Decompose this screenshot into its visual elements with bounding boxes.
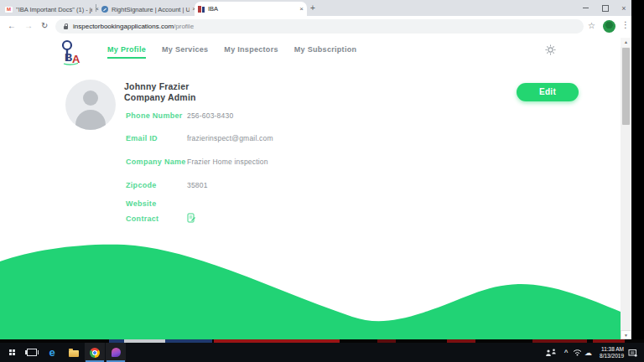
field-row-company: Company Name Frazier Home inspection: [0, 158, 503, 169]
scrollbar-thumb[interactable]: [622, 48, 630, 125]
https-lock-icon: [64, 26, 68, 29]
field-label: Zipcode: [126, 181, 157, 189]
onedrive-tray-button[interactable]: ☁: [583, 343, 594, 362]
wifi-icon: [573, 349, 582, 356]
edge-browser-button[interactable]: e: [42, 343, 62, 362]
pinned-app-button[interactable]: [106, 343, 126, 362]
bookmark-star-icon[interactable]: ☆: [588, 21, 595, 30]
edge-icon: e: [49, 347, 55, 358]
start-button[interactable]: [2, 343, 22, 362]
page-content: B A My Profile My Services My Inspectors…: [0, 38, 621, 339]
windows-logo-icon: [9, 349, 15, 355]
tab-rightsignature[interactable]: RightSignature | Account | User ×: [98, 3, 200, 16]
field-row-phone: Phone Number 256-603-8430: [0, 111, 503, 123]
chrome-button[interactable]: [85, 343, 105, 362]
edit-button[interactable]: Edit: [517, 83, 579, 101]
browser-profile-avatar[interactable]: [603, 20, 615, 33]
field-value: Frazier Home inspection: [187, 158, 268, 166]
field-label: Company Name: [126, 158, 186, 166]
field-value: frazierinspect@gmail.com: [187, 134, 273, 142]
tab-iba-active[interactable]: IBA ×: [195, 2, 307, 16]
url-text: inspectorbookingapplications.com/profile: [73, 23, 194, 30]
tab-separator: [96, 4, 96, 12]
task-view-button[interactable]: [22, 343, 42, 362]
tab-title: RightSignature | Account | User: [112, 6, 190, 13]
url-path: /profile: [174, 23, 194, 30]
field-label: Phone Number: [126, 111, 183, 120]
url-domain: inspectorbookingapplications.com: [73, 23, 174, 30]
window-minimize-button[interactable]: [576, 0, 595, 16]
tab-gmail[interactable]: M "IBA Important Docs" (1) - jesse ×: [2, 3, 102, 16]
task-view-icon: [27, 349, 37, 356]
nav-my-profile[interactable]: My Profile: [107, 45, 146, 59]
browser-menu-icon[interactable]: ⋮: [621, 20, 630, 29]
window-maximize-button[interactable]: [596, 0, 615, 16]
action-center-button[interactable]: [626, 343, 639, 362]
minimize-icon: [583, 8, 589, 8]
tab-title: IBA: [208, 5, 297, 13]
refresh-icon[interactable]: ↻: [41, 21, 48, 30]
chrome-icon: [90, 348, 100, 358]
nav-my-subscription[interactable]: My Subscription: [294, 45, 357, 59]
browser-tab-strip: M "IBA Important Docs" (1) - jesse × Rig…: [0, 0, 631, 16]
field-row-contract: Contract: [0, 215, 503, 226]
new-tab-button[interactable]: +: [307, 3, 319, 14]
file-explorer-button[interactable]: [64, 343, 84, 362]
contract-document-icon[interactable]: [187, 213, 195, 223]
tab-title: "IBA Important Docs" (1) - jesse: [16, 6, 92, 13]
nav-my-services[interactable]: My Services: [162, 45, 208, 59]
logo-letter-b: B: [65, 51, 72, 64]
file-explorer-icon: [69, 350, 79, 357]
profile-role: Company Admin: [124, 92, 196, 102]
people-icon: [545, 349, 557, 357]
maximize-icon: [602, 5, 609, 12]
scrollbar-down-arrow[interactable]: ▼: [621, 330, 631, 339]
avatar-head-shape: [83, 90, 98, 106]
iba-favicon: [198, 6, 205, 13]
tab-close-icon[interactable]: ×: [299, 6, 304, 13]
settings-gear-icon[interactable]: [545, 44, 556, 55]
back-icon[interactable]: ←: [8, 21, 16, 30]
people-tray-button[interactable]: [543, 343, 558, 362]
taskbar-clock[interactable]: 11:38 AM 8/13/2019: [594, 343, 624, 362]
network-tray-button[interactable]: [572, 343, 583, 362]
rightsignature-icon: [101, 6, 108, 13]
notification-icon: [628, 349, 637, 357]
app-header: B A My Profile My Services My Inspectors…: [0, 38, 621, 65]
gmail-icon: M: [5, 7, 13, 13]
window-close-button[interactable]: ×: [615, 0, 631, 16]
iba-logo[interactable]: B A: [59, 39, 87, 66]
desktop-screen: M "IBA Important Docs" (1) - jesse × Rig…: [0, 0, 644, 362]
nav-my-inspectors[interactable]: My Inspectors: [224, 45, 278, 59]
field-value: 35801: [187, 181, 208, 189]
field-label: Email ID: [126, 134, 158, 142]
show-hidden-icons-button[interactable]: ^: [561, 343, 571, 362]
field-value: 256-603-8430: [187, 111, 233, 120]
browser-window: M "IBA Important Docs" (1) - jesse × Rig…: [0, 0, 631, 339]
clock-date: 8/13/2019: [600, 353, 624, 359]
windows-taskbar: e ^: [0, 343, 644, 362]
address-bar[interactable]: inspectorbookingapplications.com/profile: [55, 19, 584, 34]
scrollbar-up-arrow[interactable]: ▲: [621, 38, 631, 47]
field-label: Contract: [126, 215, 158, 223]
page-scrollbar[interactable]: ▲ ▼: [621, 38, 631, 339]
field-label: Website: [126, 199, 156, 208]
profile-name: Johnny Frazier: [124, 81, 189, 91]
browser-toolbar: ← → ↻ inspectorbookingapplications.com/p…: [0, 16, 631, 39]
purple-app-icon: [112, 348, 121, 357]
field-row-zipcode: Zipcode 35801: [0, 181, 503, 193]
forward-icon[interactable]: →: [24, 21, 33, 30]
field-row-email: Email ID frazierinspect@gmail.com: [0, 134, 503, 146]
clock-time: 11:38 AM: [601, 346, 624, 353]
main-navigation: My Profile My Services My Inspectors My …: [107, 45, 372, 59]
green-wave-decoration: [0, 243, 621, 339]
field-row-website: Website: [0, 199, 503, 211]
